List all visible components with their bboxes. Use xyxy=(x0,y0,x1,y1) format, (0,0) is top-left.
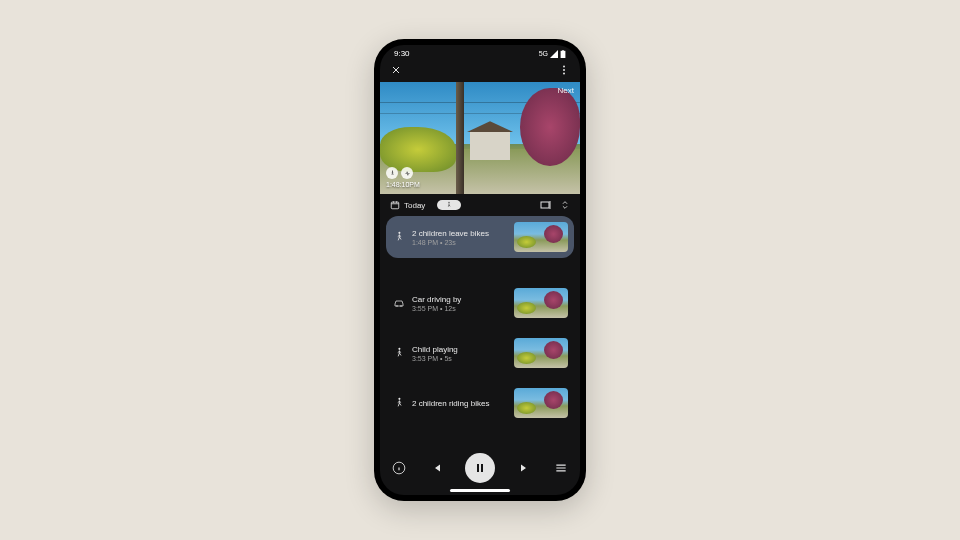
svg-rect-0 xyxy=(561,50,566,57)
event-item-selected[interactable]: 2 children leave bikes 1:48 PM • 23s xyxy=(386,216,574,258)
svg-point-7 xyxy=(449,202,450,203)
event-thumbnail xyxy=(514,338,568,368)
menu-icon xyxy=(554,461,568,475)
video-badges: 1:48:10PM xyxy=(386,167,420,188)
date-label: Today xyxy=(404,201,425,210)
event-icon xyxy=(392,298,406,308)
phone-frame: 9:30 5G Next xyxy=(374,39,586,501)
event-thumbnail xyxy=(514,288,568,318)
event-thumbnail xyxy=(514,222,568,252)
signal-icon xyxy=(550,50,558,58)
svg-rect-15 xyxy=(477,464,479,472)
event-meta: 3:53 PM • 5s xyxy=(412,355,508,362)
svg-rect-8 xyxy=(541,202,549,208)
status-time: 9:30 xyxy=(394,49,410,58)
event-item[interactable]: 2 children riding bikes xyxy=(386,382,574,424)
svg-point-12 xyxy=(398,348,400,350)
prev-button[interactable] xyxy=(430,462,442,474)
events-list: 2 children leave bikes 1:48 PM • 23s Car… xyxy=(380,216,580,424)
phone-screen: 9:30 5G Next xyxy=(380,45,580,495)
more-vert-icon xyxy=(558,64,570,76)
svg-point-2 xyxy=(563,66,565,68)
svg-rect-16 xyxy=(481,464,483,472)
svg-point-5 xyxy=(391,170,392,171)
view-toggle[interactable] xyxy=(540,200,552,210)
date-filter[interactable]: Today xyxy=(390,200,425,210)
player-bar xyxy=(380,449,580,491)
event-title: 2 children riding bikes xyxy=(412,399,508,408)
network-label: 5G xyxy=(539,50,548,57)
more-button[interactable] xyxy=(558,64,570,76)
event-item[interactable]: Child playing 3:53 PM • 5s xyxy=(386,332,574,374)
svg-point-3 xyxy=(563,69,565,71)
video-timestamp: 1:48:10PM xyxy=(386,181,420,188)
event-item[interactable]: Car driving by 3:55 PM • 12s xyxy=(386,282,574,324)
svg-rect-1 xyxy=(562,50,564,51)
person-badge xyxy=(386,167,398,179)
svg-point-11 xyxy=(400,305,402,307)
svg-point-9 xyxy=(398,232,400,234)
event-meta: 3:55 PM • 12s xyxy=(412,305,508,312)
close-icon xyxy=(390,64,402,76)
info-button[interactable] xyxy=(392,461,406,475)
home-indicator[interactable] xyxy=(450,489,510,492)
filter-bar: Today xyxy=(380,194,580,216)
skip-next-icon xyxy=(519,462,531,474)
next-button[interactable] xyxy=(519,462,531,474)
event-title: 2 children leave bikes xyxy=(412,229,508,238)
video-preview[interactable]: Next 1:48:10PM xyxy=(380,82,580,194)
svg-rect-6 xyxy=(391,202,399,209)
svg-point-10 xyxy=(396,305,398,307)
status-indicators: 5G xyxy=(539,50,566,58)
motion-badge xyxy=(401,167,413,179)
close-button[interactable] xyxy=(390,64,402,76)
pause-icon xyxy=(474,462,486,474)
event-thumbnail xyxy=(514,388,568,418)
next-label[interactable]: Next xyxy=(558,86,574,95)
event-title: Child playing xyxy=(412,345,508,354)
filter-pill[interactable] xyxy=(437,200,461,210)
event-icon xyxy=(392,347,406,359)
person-walk-icon xyxy=(394,347,404,359)
pause-button[interactable] xyxy=(465,453,495,483)
person-filter-icon xyxy=(445,201,453,209)
battery-icon xyxy=(560,50,566,58)
calendar-icon xyxy=(390,200,400,210)
rectangle-icon xyxy=(540,200,552,210)
event-title: Car driving by xyxy=(412,295,508,304)
svg-point-4 xyxy=(563,73,565,75)
event-meta: 1:48 PM • 23s xyxy=(412,239,508,246)
svg-point-13 xyxy=(398,398,400,400)
skip-prev-icon xyxy=(430,462,442,474)
collapse-button[interactable] xyxy=(560,200,570,210)
top-bar xyxy=(380,60,580,82)
event-icon xyxy=(392,231,406,243)
motion-icon xyxy=(404,170,411,177)
collapse-icon xyxy=(560,200,570,210)
status-bar: 9:30 5G xyxy=(380,45,580,60)
person-walk-icon xyxy=(394,397,404,409)
car-icon xyxy=(393,298,405,308)
event-icon xyxy=(392,397,406,409)
person-walk-icon xyxy=(394,231,404,243)
menu-button[interactable] xyxy=(554,461,568,475)
person-walk-icon xyxy=(389,170,396,177)
info-icon xyxy=(392,461,406,475)
